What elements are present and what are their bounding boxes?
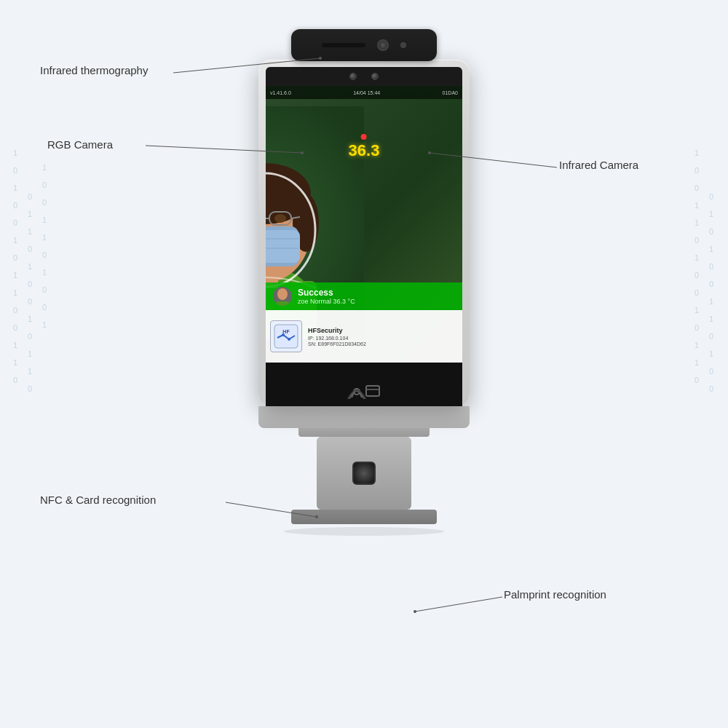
label-nfc-card: NFC & Card recognition	[40, 494, 156, 506]
temperature-value: 36.3	[349, 141, 380, 160]
nfc-area	[266, 363, 462, 406]
svg-text:HF: HF	[282, 329, 290, 334]
binary-col-4: 10011010010110	[695, 146, 699, 387]
company-name: HFSecurity	[308, 327, 458, 334]
device-body: v1.41.6.0 14/04 15:44 01DA0	[258, 60, 470, 406]
svg-rect-27	[366, 386, 379, 396]
binary-col-3: 1001101001	[42, 160, 47, 332]
info-details: HFSecurity IP: 192.168.0.104 SN: E89F6F0…	[308, 327, 458, 347]
scene: 10100101100110 011010010110 1001101001 1…	[0, 0, 728, 728]
ir-camera-dot	[371, 73, 379, 80]
binary-col-1: 10100101100110	[13, 146, 17, 387]
device-stand-top	[298, 428, 430, 437]
success-title: Success	[298, 288, 355, 298]
status-version: v1.41.6.0	[270, 90, 291, 95]
ir-lens-2	[400, 42, 406, 48]
temperature-reading: 36.3	[349, 134, 380, 160]
device-assembly: v1.41.6.0 14/04 15:44 01DA0	[258, 29, 470, 536]
hf-logo: HF	[270, 320, 302, 352]
success-avatar	[273, 287, 292, 306]
svg-point-18	[274, 214, 286, 223]
info-rows: IP: 192.168.0.104 SN: E89F6F021D834D62	[308, 336, 458, 347]
device-stand-foot	[291, 510, 437, 524]
info-bar: HF HFSecurity IP: 192.168.0.104 SN: E89F…	[266, 310, 462, 363]
device-screen: v1.41.6.0 14/04 15:44 01DA0	[266, 86, 462, 363]
device-shadow	[284, 527, 444, 536]
ip-row: IP: 192.168.0.104	[308, 336, 458, 341]
svg-point-25	[288, 338, 290, 341]
label-rgb-camera: RGB Camera	[47, 138, 113, 151]
device-stand-palmprint	[317, 437, 411, 510]
binary-col-5: 010100110100	[709, 189, 713, 396]
device-base	[258, 406, 470, 428]
status-time: 14/04 15:44	[353, 90, 380, 95]
svg-rect-21	[276, 301, 289, 306]
success-subtitle: zoe Normal 36.3 °C	[298, 298, 355, 305]
status-bar: v1.41.6.0 14/04 15:44 01DA0	[266, 86, 462, 99]
success-bar: Success zoe Normal 36.3 °C	[266, 282, 462, 310]
status-id: 01DA0	[443, 90, 458, 95]
label-palmprint: Palmprint recognition	[504, 588, 606, 601]
svg-point-20	[277, 288, 288, 300]
temp-dot	[361, 134, 367, 140]
label-infrared-camera: Infrared Camera	[559, 159, 638, 171]
svg-point-24	[282, 333, 285, 336]
label-infrared-thermography: Infrared thermography	[40, 64, 148, 76]
ir-slit	[322, 43, 365, 47]
nfc-icon	[346, 370, 382, 399]
rgb-camera-dot	[349, 73, 357, 80]
ir-lens-1	[377, 39, 389, 51]
svg-rect-9	[266, 230, 300, 263]
camera-bar	[266, 67, 462, 86]
success-text: Success zoe Normal 36.3 °C	[298, 288, 355, 305]
palmprint-lens	[352, 462, 376, 485]
ir-thermography-module	[291, 29, 437, 61]
binary-col-2: 011010010110	[28, 189, 32, 396]
sn-row: SN: E89F6F021D834D62	[308, 341, 458, 347]
screen-inner: v1.41.6.0 14/04 15:44 01DA0	[266, 86, 462, 363]
